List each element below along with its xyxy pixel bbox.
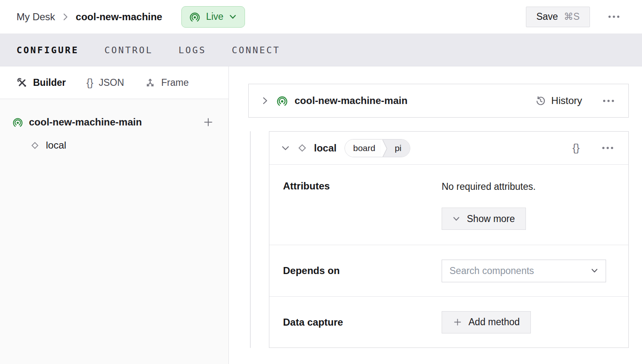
- broadcast-icon: [189, 11, 200, 22]
- attributes-label: Attributes: [283, 180, 442, 245]
- component-model-badge: board pi: [345, 139, 410, 157]
- add-method-button[interactable]: Add method: [442, 311, 531, 333]
- save-button-label: Save: [536, 11, 558, 22]
- live-badge-label: Live: [206, 11, 224, 22]
- braces-icon: {}: [573, 142, 580, 154]
- plus-icon: [203, 117, 214, 128]
- badge-model-label: pi: [390, 139, 409, 157]
- breadcrumb-separator-icon: [62, 12, 68, 21]
- badge-divider-chevron-icon: [381, 139, 390, 157]
- edit-json-button[interactable]: {}: [571, 140, 581, 156]
- broadcast-icon: [276, 95, 288, 106]
- ellipsis-icon: [608, 15, 620, 18]
- depends-on-label: Depends on: [283, 265, 442, 277]
- collapse-component-button[interactable]: [281, 145, 290, 151]
- header-more-menu-button[interactable]: [604, 11, 624, 22]
- component-tree: cool-new-machine-main local: [0, 99, 228, 155]
- tab-control[interactable]: CONTROL: [105, 43, 153, 58]
- ellipsis-icon: [603, 99, 614, 102]
- mode-tab-frame[interactable]: Frame: [145, 77, 188, 88]
- component-card-local: local board pi {}: [269, 131, 629, 348]
- mode-tab-json[interactable]: {} JSON: [86, 77, 124, 89]
- show-more-label: Show more: [467, 213, 515, 225]
- show-more-button[interactable]: Show more: [442, 208, 526, 230]
- machine-nav-tabs: CONFIGURE CONTROL LOGS CONNECT: [0, 34, 642, 66]
- tools-icon: [17, 77, 28, 88]
- depends-on-select[interactable]: Search components: [442, 260, 606, 282]
- expand-machine-card-button[interactable]: [259, 93, 271, 108]
- chevron-down-icon: [229, 14, 236, 19]
- top-header: My Desk cool-new-machine Live Save ⌘S: [0, 0, 642, 34]
- configure-main-panel: cool-new-machine-main History: [229, 66, 642, 364]
- braces-icon: {}: [86, 77, 93, 89]
- section-depends-on: Depends on Search components: [269, 245, 628, 297]
- tree-item-local[interactable]: local: [0, 135, 228, 155]
- live-status-dropdown[interactable]: Live: [181, 6, 245, 28]
- sidebar-mode-tabs: Builder {} JSON Frame: [0, 66, 228, 99]
- history-clock-icon: [535, 95, 546, 106]
- add-method-label: Add method: [468, 317, 520, 328]
- add-component-button[interactable]: [201, 115, 215, 129]
- breadcrumb: My Desk cool-new-machine: [17, 11, 162, 23]
- breadcrumb-current: cool-new-machine: [76, 11, 162, 23]
- chevron-down-icon: [453, 217, 460, 221]
- configure-sidebar: Builder {} JSON Frame: [0, 66, 229, 364]
- mode-tab-builder-label: Builder: [33, 77, 66, 88]
- attributes-empty-text: No required attributes.: [442, 180, 617, 192]
- machine-part-title: cool-new-machine-main: [295, 95, 407, 106]
- section-attributes: Attributes No required attributes. Show …: [269, 165, 628, 245]
- section-data-capture: Data capture Add method: [269, 297, 628, 347]
- history-button[interactable]: History: [535, 95, 582, 106]
- tree-item-machine-label: cool-new-machine-main: [29, 116, 142, 128]
- component-card-header: local board pi {}: [269, 132, 628, 165]
- content-area: Builder {} JSON Frame: [0, 66, 642, 364]
- save-shortcut-hint: ⌘S: [564, 11, 580, 22]
- diamond-icon: [297, 142, 308, 154]
- ellipsis-icon: [602, 147, 613, 149]
- tab-connect[interactable]: CONNECT: [232, 43, 280, 58]
- frame-axes-icon: [145, 77, 156, 88]
- badge-type-label: board: [345, 139, 381, 157]
- chevron-down-icon: [591, 268, 598, 273]
- breadcrumb-parent[interactable]: My Desk: [17, 11, 55, 23]
- mode-tab-json-label: JSON: [99, 77, 124, 88]
- machine-part-card: cool-new-machine-main History: [248, 84, 629, 118]
- mode-tab-builder[interactable]: Builder: [17, 77, 66, 88]
- history-button-label: History: [551, 95, 582, 106]
- data-capture-label: Data capture: [283, 317, 442, 328]
- chevron-down-icon: [281, 145, 290, 151]
- tab-logs[interactable]: LOGS: [178, 43, 206, 58]
- chevron-right-icon: [262, 96, 268, 106]
- component-more-button[interactable]: [599, 143, 617, 153]
- component-name: local: [314, 142, 337, 154]
- machine-card-more-button[interactable]: [599, 96, 618, 106]
- tree-item-machine-main[interactable]: cool-new-machine-main: [0, 112, 228, 132]
- mode-tab-frame-label: Frame: [161, 77, 188, 88]
- broadcast-icon: [12, 117, 23, 128]
- component-indent-guide: local board pi {}: [250, 131, 629, 348]
- plus-icon: [453, 317, 462, 327]
- diamond-icon: [30, 140, 40, 151]
- depends-on-placeholder: Search components: [449, 265, 591, 277]
- save-button[interactable]: Save ⌘S: [526, 7, 590, 27]
- tab-configure[interactable]: CONFIGURE: [17, 43, 79, 58]
- tree-item-local-label: local: [46, 139, 66, 151]
